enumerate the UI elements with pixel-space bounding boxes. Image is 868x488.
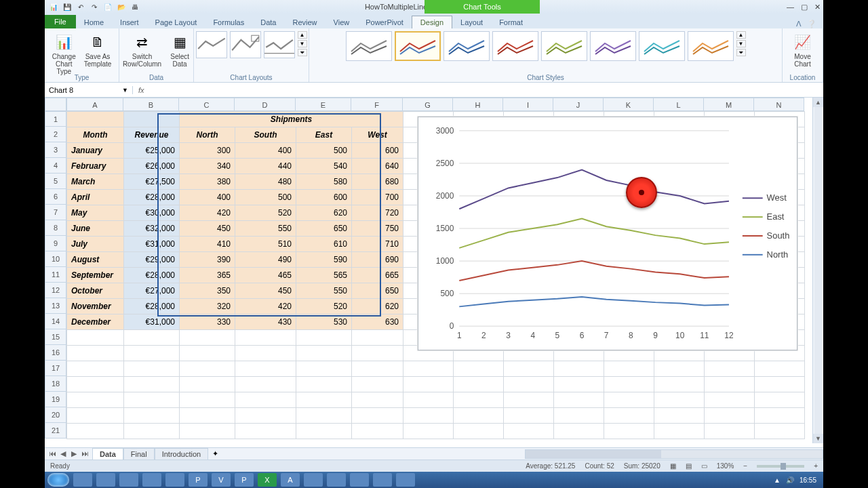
cell[interactable] [180,330,235,346]
cell[interactable]: Shipments [180,112,403,127]
cell[interactable]: 320 [180,299,235,314]
row-header-13[interactable]: 13 [45,298,66,314]
col-header-G[interactable]: G [403,98,453,111]
cell[interactable] [352,408,403,424]
cell[interactable] [403,392,454,408]
cell[interactable] [654,392,705,408]
cell[interactable]: 410 [180,237,235,252]
cell[interactable]: 350 [180,283,235,299]
cell[interactable]: €26,000 [124,159,180,174]
cell[interactable] [180,424,235,439]
chart-style-6[interactable] [590,31,636,61]
cell[interactable] [504,408,554,424]
row-header-4[interactable]: 4 [45,158,66,174]
sheet-tab-introduction[interactable]: Introduction [155,448,208,460]
chart-layout-2[interactable] [230,31,261,58]
cell[interactable]: 630 [352,314,403,330]
cell[interactable] [554,377,604,392]
cell[interactable]: September [67,268,124,283]
row-header-2[interactable]: 2 [45,127,66,142]
tab-page-layout[interactable]: Page Layout [147,16,205,28]
taskbar-app-3[interactable] [119,473,138,487]
cell[interactable] [296,392,352,408]
cell[interactable]: 440 [235,159,296,174]
select-data-button[interactable]: ▦ Select Data [167,31,193,69]
row-header-12[interactable]: 12 [45,283,66,298]
tab-powerpivot[interactable]: PowerPivot [357,16,412,28]
cell[interactable] [67,112,124,127]
cell[interactable] [296,361,352,377]
cell[interactable] [454,424,504,439]
cell[interactable] [654,377,705,392]
cell[interactable] [124,330,180,346]
cell[interactable] [67,377,124,392]
name-box[interactable]: Chart 8 ▼ [45,86,133,94]
fx-icon[interactable]: fx [133,86,150,94]
scroll-down-icon[interactable]: ▼ [813,434,823,443]
cell[interactable] [296,330,352,346]
cell[interactable] [604,392,654,408]
tray-icon[interactable]: ▲ [774,476,781,484]
cell[interactable] [296,346,352,361]
layout-scroll-up-icon[interactable]: ▲ [298,31,307,39]
tray-icon-2[interactable]: 🔊 [786,476,794,484]
style-scroll-up-icon[interactable]: ▲ [736,31,746,39]
cell[interactable] [180,408,235,424]
cell[interactable]: 465 [235,268,296,283]
taskbar-app-11[interactable] [327,473,346,487]
cell[interactable]: March [67,174,124,190]
layout-scroll-down-icon[interactable]: ▼ [298,40,307,47]
view-pagebreak-icon[interactable]: ▭ [701,462,707,470]
cell[interactable] [67,392,124,408]
row-header-18[interactable]: 18 [45,376,66,392]
taskbar-app-6[interactable]: P [189,473,208,487]
cell[interactable]: August [67,252,124,268]
cell[interactable] [705,361,755,377]
tab-view[interactable]: View [326,16,358,28]
cell[interactable]: January [67,143,124,159]
row-header-5[interactable]: 5 [45,174,66,189]
cell[interactable] [604,377,654,392]
taskbar-app-10[interactable] [304,473,323,487]
chart-layout-1[interactable] [196,31,227,58]
cell[interactable] [124,361,180,377]
cell[interactable] [454,408,504,424]
col-header-I[interactable]: I [503,98,553,111]
cell[interactable]: 510 [235,237,296,252]
cell[interactable]: 390 [180,252,235,268]
cell[interactable]: 620 [352,299,403,314]
cell[interactable]: June [67,221,124,237]
cell[interactable] [403,408,454,424]
taskbar-excel[interactable]: X [258,473,277,487]
row-header-8[interactable]: 8 [45,220,66,236]
row-header-16[interactable]: 16 [45,345,66,361]
taskbar-app-2[interactable] [96,473,115,487]
cell[interactable]: 650 [296,221,352,237]
style-scroll-down-icon[interactable]: ▼ [736,40,746,47]
chart-style-1[interactable] [346,31,392,61]
vertical-scrollbar[interactable]: ▲ ▼ [812,98,823,443]
minimize-icon[interactable]: — [787,3,794,12]
row-header-11[interactable]: 11 [45,267,66,283]
cell[interactable] [296,424,352,439]
first-sheet-icon[interactable]: ⏮ [47,449,57,458]
select-all-corner[interactable] [45,98,66,111]
cell[interactable] [67,330,124,346]
cell[interactable] [554,424,604,439]
tab-insert[interactable]: Insert [112,16,147,28]
row-header-20[interactable]: 20 [45,407,66,423]
horizontal-scrollbar[interactable] [525,449,823,459]
cell[interactable] [554,392,604,408]
cell[interactable] [296,377,352,392]
cell[interactable]: €32,000 [124,221,180,237]
cell[interactable] [504,392,554,408]
cell[interactable] [67,424,124,439]
cell[interactable]: €31,000 [124,237,180,252]
move-chart-button[interactable]: 📈 Move Chart [788,31,817,69]
cell[interactable]: 600 [352,143,403,159]
col-header-K[interactable]: K [604,98,654,111]
tab-home[interactable]: Home [76,16,112,28]
change-chart-type-button[interactable]: 📊 Change Chart Type [50,31,79,77]
cell[interactable]: 620 [296,205,352,221]
col-header-J[interactable]: J [553,98,604,111]
